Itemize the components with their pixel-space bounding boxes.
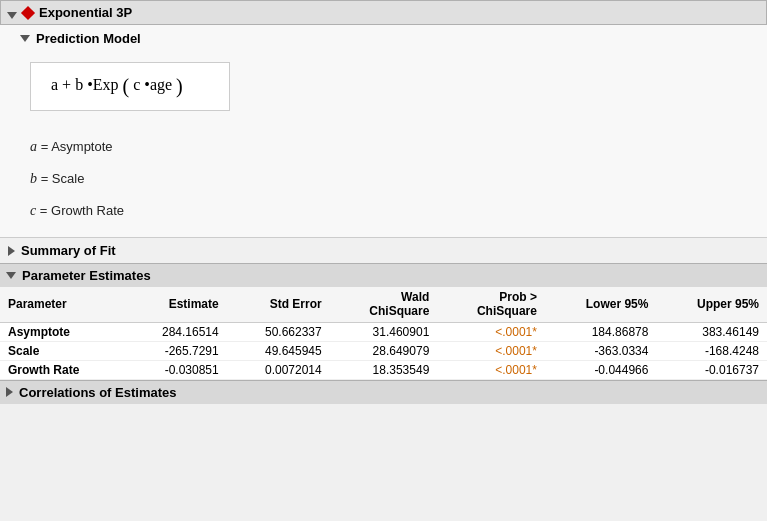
cell-upper-scale: -168.4248 [656, 341, 767, 360]
cell-stderr-scale: 49.645945 [227, 341, 330, 360]
prediction-model-section: Prediction Model a + b •Exp ( c •age ) a… [0, 25, 767, 237]
cell-estimate-scale: -265.7291 [124, 341, 227, 360]
formula-paren-close: ) [176, 75, 183, 97]
cell-wald-scale: 28.649079 [330, 341, 438, 360]
cell-lower-scale: -363.0334 [545, 341, 656, 360]
prediction-model-title: Prediction Model [36, 31, 141, 46]
param-name-b: Scale [52, 171, 85, 186]
correlations-title: Correlations of Estimates [19, 385, 177, 400]
param-estimates-arrow [6, 272, 16, 279]
cell-lower-asymptote: 184.86878 [545, 322, 656, 341]
table-row: Growth Rate -0.030851 0.0072014 18.35354… [0, 360, 767, 379]
prediction-model-header[interactable]: Prediction Model [20, 31, 767, 46]
formula-text: a + b •Exp ( c •age ) [51, 76, 183, 93]
param-def-a: a = Asymptote [30, 131, 767, 163]
formula-box: a + b •Exp ( c •age ) [30, 62, 230, 111]
param-letter-a: a [30, 139, 37, 154]
param-letter-b: b [30, 171, 37, 186]
cell-stderr-asymptote: 50.662337 [227, 322, 330, 341]
col-header-std-error: Std Error [227, 287, 330, 322]
cell-estimate-asymptote: 284.16514 [124, 322, 227, 341]
cell-wald-growth: 18.353549 [330, 360, 438, 379]
col-header-parameter: Parameter [0, 287, 124, 322]
cell-estimate-growth: -0.030851 [124, 360, 227, 379]
table-row: Scale -265.7291 49.645945 28.649079 <.00… [0, 341, 767, 360]
formula-paren-open: ( [123, 75, 130, 97]
table-header-row: Parameter Estimate Std Error WaldChiSqua… [0, 287, 767, 322]
param-name-c: Growth Rate [51, 203, 124, 218]
cell-param-scale: Scale [0, 341, 124, 360]
cell-wald-asymptote: 31.460901 [330, 322, 438, 341]
param-def-c: c = Growth Rate [30, 195, 767, 227]
prediction-model-arrow [20, 35, 30, 42]
cell-prob-scale: <.0001* [437, 341, 545, 360]
param-equals-b: = [41, 171, 49, 186]
summary-of-fit-header[interactable]: Summary of Fit [0, 237, 767, 263]
param-def-b: b = Scale [30, 163, 767, 195]
col-header-wald-chi: WaldChiSquare [330, 287, 438, 322]
cell-prob-asymptote: <.0001* [437, 322, 545, 341]
col-header-upper-95: Upper 95% [656, 287, 767, 322]
cell-stderr-growth: 0.0072014 [227, 360, 330, 379]
red-diamond-icon [21, 5, 35, 19]
param-equals-a: = [41, 139, 49, 154]
cell-upper-asymptote: 383.46149 [656, 322, 767, 341]
cell-param-asymptote: Asymptote [0, 322, 124, 341]
col-header-estimate: Estimate [124, 287, 227, 322]
exponential-3p-title: Exponential 3P [39, 5, 132, 20]
summary-fit-arrow [8, 246, 15, 256]
param-equals-c: = [40, 203, 48, 218]
cell-prob-growth: <.0001* [437, 360, 545, 379]
estimates-table: Parameter Estimate Std Error WaldChiSqua… [0, 287, 767, 380]
exponential-3p-header[interactable]: Exponential 3P [0, 0, 767, 25]
col-header-lower-95: Lower 95% [545, 287, 656, 322]
col-header-prob-chi: Prob >ChiSquare [437, 287, 545, 322]
param-definitions: a = Asymptote b = Scale c = Growth Rate [20, 127, 767, 231]
cell-lower-growth: -0.044966 [545, 360, 656, 379]
correlations-arrow [6, 387, 13, 397]
collapse-arrow-icon [7, 7, 19, 19]
cell-param-growth: Growth Rate [0, 360, 124, 379]
parameter-estimates-title: Parameter Estimates [22, 268, 151, 283]
formula-inner: c •age [133, 76, 172, 93]
correlations-section[interactable]: Correlations of Estimates [0, 380, 767, 404]
parameter-estimates-header[interactable]: Parameter Estimates [0, 263, 767, 287]
parameter-estimates-section: Parameter Estimates Parameter Estimate S… [0, 263, 767, 380]
param-name-a: Asymptote [51, 139, 112, 154]
main-container: Exponential 3P Prediction Model a + b •E… [0, 0, 767, 404]
summary-of-fit-title: Summary of Fit [21, 243, 116, 258]
param-letter-c: c [30, 203, 36, 218]
table-row: Asymptote 284.16514 50.662337 31.460901 … [0, 322, 767, 341]
formula-main: a + b •Exp [51, 76, 119, 93]
cell-upper-growth: -0.016737 [656, 360, 767, 379]
